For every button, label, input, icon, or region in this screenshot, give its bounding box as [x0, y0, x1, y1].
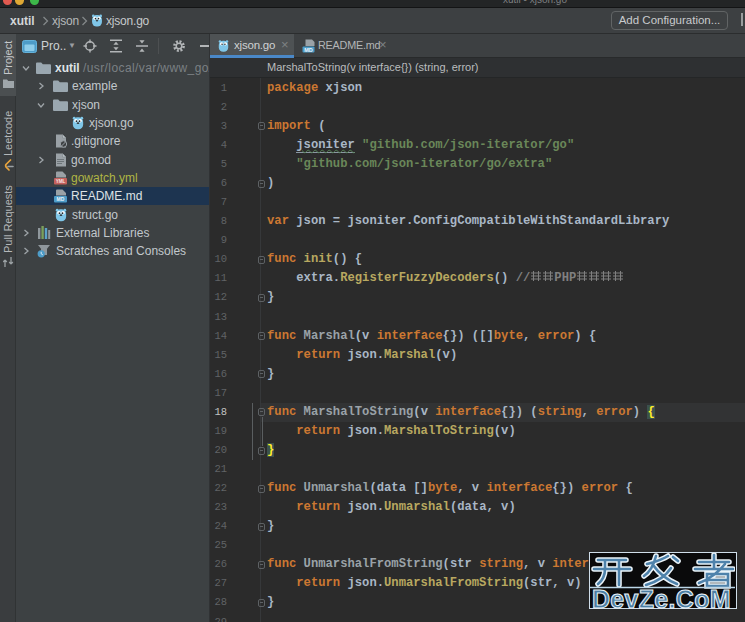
svg-text:MD: MD — [304, 47, 313, 53]
svg-text:YML: YML — [56, 179, 66, 184]
svg-text:MD: MD — [57, 196, 65, 202]
